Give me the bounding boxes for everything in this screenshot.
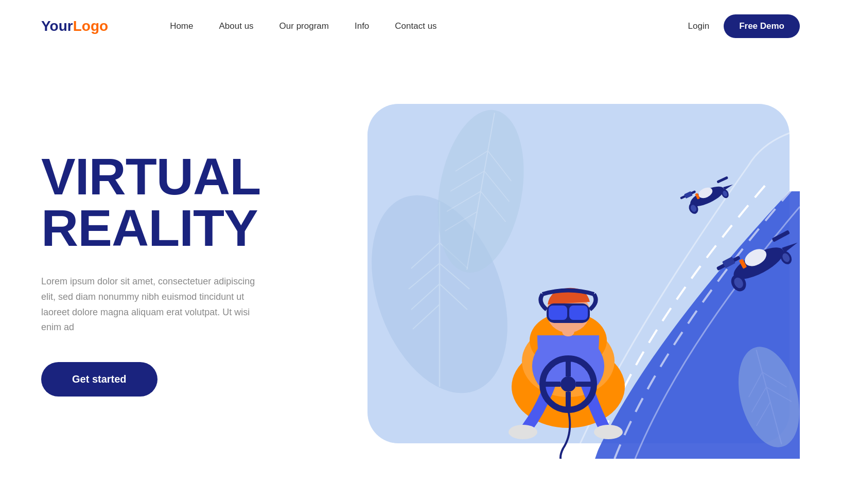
hero-description: Lorem ipsum dolor sit amet, consectetuer… <box>41 274 268 335</box>
illustration-svg <box>337 88 800 459</box>
free-demo-button[interactable]: Free Demo <box>724 14 800 38</box>
nav-program[interactable]: Our program <box>279 21 329 31</box>
hero-right <box>309 73 800 474</box>
hero-left: VIRTUAL REALITY Lorem ipsum dolor sit am… <box>41 151 309 397</box>
svg-point-49 <box>594 425 623 439</box>
hero-section: VIRTUAL REALITY Lorem ipsum dolor sit am… <box>0 52 841 504</box>
nav-about[interactable]: About us <box>219 21 253 31</box>
nav-actions: Login Free Demo <box>688 14 800 38</box>
svg-point-51 <box>560 376 576 392</box>
login-button[interactable]: Login <box>688 21 710 31</box>
nav-contact[interactable]: Contact us <box>395 21 436 31</box>
nav-info[interactable]: Info <box>355 21 369 31</box>
logo: YourLogo <box>41 18 108 34</box>
svg-point-48 <box>509 425 537 439</box>
get-started-button[interactable]: Get started <box>41 362 157 397</box>
nav-links: Home About us Our program Info Contact u… <box>170 21 688 31</box>
nav-home[interactable]: Home <box>170 21 193 31</box>
hero-title: VIRTUAL REALITY <box>41 151 309 254</box>
logo-logo: Logo <box>73 18 108 34</box>
svg-rect-61 <box>569 305 588 320</box>
navbar: YourLogo Home About us Our program Info … <box>0 0 841 52</box>
logo-your: Your <box>41 18 73 34</box>
svg-rect-20 <box>716 176 728 183</box>
svg-rect-60 <box>549 305 567 320</box>
illustration <box>337 88 800 459</box>
